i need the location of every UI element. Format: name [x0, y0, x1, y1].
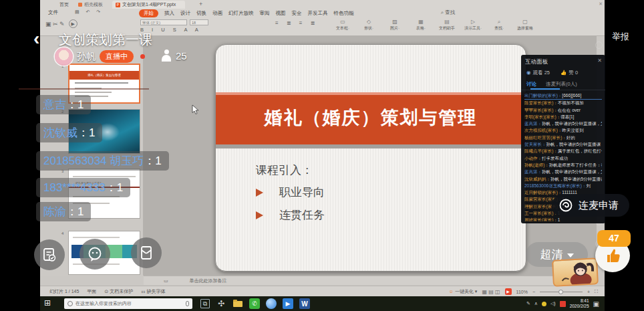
group-icon: ◇: [359, 19, 379, 25]
ribbon-group-文本框·[interactable]: ▭文本框·: [333, 19, 353, 31]
wps-docer-tab[interactable]: 稻壳模板: [75, 1, 106, 9]
tray-app-icon[interactable]: [560, 301, 566, 307]
current-slide[interactable]: 婚礼（婚庆）策划与管理 课程引入： 职业导向连贯任务: [215, 44, 526, 272]
chat-message: 孙帆(老师)：孙帆老师发布了打卡任务：强测综合: [524, 162, 602, 169]
video-app-icon[interactable]: ▶: [283, 298, 293, 309]
tray-expand-icon[interactable]: ∧: [534, 301, 538, 306]
new-tab-button[interactable]: +: [199, 1, 202, 7]
taskbar-clock[interactable]: 8:41 2020/2/25: [570, 298, 589, 309]
clipboard-group[interactable]: ▣ ✂ ✎ ▶: [45, 19, 77, 28]
ribbon-group-图片·[interactable]: ▨图片·: [385, 19, 405, 31]
group-label: 选择窗格: [515, 25, 535, 31]
notes-placeholder[interactable]: ▭ 单击此处添加备注: [164, 278, 227, 283]
ribbon-tab-审阅[interactable]: 审阅: [260, 10, 270, 17]
play-from-start-icon[interactable]: ▶: [69, 19, 77, 28]
status-dot-icon[interactable]: [542, 302, 546, 306]
word-icon[interactable]: W: [299, 298, 310, 309]
chat-username: 蓝高湛：: [524, 121, 542, 126]
wps-document-tab[interactable]: 文创策划第1-4期PPT.pptx: [112, 1, 185, 9]
start-button[interactable]: ⊞: [44, 298, 51, 308]
ribbon-group-表格·[interactable]: ▦表格·: [411, 19, 431, 31]
group-icon: ▦: [411, 19, 431, 25]
zoom-slider[interactable]: [540, 292, 583, 292]
mini-slide-title: 婚礼（婚庆）策划与管理: [69, 71, 139, 80]
ribbon-tab-开发工具[interactable]: 开发工具: [308, 10, 328, 17]
ribbon-tab-动画[interactable]: 动画: [212, 10, 222, 17]
ribbon-group-查找·[interactable]: ⌕查找·: [489, 19, 509, 31]
ribbon-group-选择窗格[interactable]: ▢选择窗格: [515, 19, 535, 31]
ribbon-tab-切换[interactable]: 切换: [196, 10, 206, 17]
beautify-button[interactable]: 一键美化 ▾: [449, 288, 478, 295]
mic-request-button[interactable]: 连麦申请: [552, 194, 629, 217]
view-mode-icons[interactable]: ▦ ▤ ◫: [482, 289, 500, 295]
chat-message: 出门解锁的(家长)：[666][666]: [524, 92, 602, 100]
zoom-slider-knob[interactable]: [558, 290, 563, 294]
task-view-icon[interactable]: ⧉: [200, 299, 210, 308]
file-explorer-icon[interactable]: [232, 298, 243, 309]
ribbon-group-演示工具·[interactable]: ▷演示工具·: [463, 19, 483, 31]
ribbon-tab-特色功能[interactable]: 特色功能: [334, 10, 354, 17]
ribbon-tab-视图[interactable]: 视图: [276, 10, 286, 17]
pinwheel-app-icon[interactable]: ✣: [216, 298, 226, 309]
volume-icon[interactable]: ◁): [550, 301, 556, 306]
tab-mic-list[interactable]: 连麦列表(0人): [546, 81, 577, 88]
chat-button[interactable]: [79, 239, 110, 270]
ribbon-tab-插入[interactable]: 插入: [164, 10, 174, 17]
ribbon-tab-幻灯片放映[interactable]: 幻灯片放映: [228, 10, 254, 17]
mic-icon[interactable]: [186, 301, 189, 306]
font-name-select[interactable]: 宋体 (正文): [140, 19, 187, 25]
slide-number: 4: [61, 231, 63, 235]
fullscreen-icon[interactable]: ⛶: [595, 289, 598, 294]
tab-discuss[interactable]: 讨论: [526, 81, 536, 88]
wps-titlebar: 首页 稻壳模板 文创策划第1-4期PPT.pptx + ✕: [40, 0, 605, 9]
search-placeholder: 在这里输入你要搜索的内容: [75, 300, 183, 307]
danmaku-item: 意吉：1: [36, 95, 91, 114]
paste-icon[interactable]: ▣ ✂ ✎: [45, 21, 65, 27]
quick-access-icons[interactable]: ▤ ↶ ↷: [75, 9, 103, 15]
presenter-card[interactable]: 孙帆 直播中: [55, 47, 145, 66]
panel-close-icon[interactable]: ✕: [597, 58, 602, 64]
notification-icon[interactable]: ▣: [593, 300, 599, 308]
chat-username: 近日解锁的(家长)：: [524, 190, 562, 195]
red-packet-button[interactable]: [131, 237, 162, 268]
chat-username: 小动作：: [524, 156, 542, 161]
chat-message: 陈曦点半(家长)：属于发红包，拼红包打卡也行: [524, 148, 602, 154]
back-icon[interactable]: ‹: [33, 28, 39, 49]
zoom-in-button[interactable]: +: [587, 290, 590, 294]
presenter-avatar[interactable]: [55, 47, 73, 66]
chat-username: 王一家长(家长)：: [524, 211, 558, 215]
ribbon-group-文档助手[interactable]: ▤文档助手: [437, 19, 457, 31]
browser-icon[interactable]: [266, 298, 277, 309]
tab-underline: [530, 88, 560, 90]
wps-home-tab[interactable]: 首页: [56, 1, 72, 9]
ribbon-tab-开始[interactable]: 开始: [139, 9, 158, 17]
ribbon-group-形状·[interactable]: ◇形状·: [359, 19, 379, 31]
ghost-dot: [595, 41, 603, 49]
window-close-icon[interactable]: ✕: [599, 1, 603, 7]
panel-title: 互动面板: [525, 58, 548, 65]
ribbon-search[interactable]: ⌕ 查找: [441, 9, 455, 16]
ribbon-tab-设计[interactable]: 设计: [180, 10, 190, 17]
report-button[interactable]: 举报: [612, 31, 629, 43]
danmaku-item: 183****4333：1: [36, 178, 130, 197]
mic-request-label: 连麦申请: [579, 199, 619, 212]
notes-bar[interactable]: ▭ 单击此处添加备注: [144, 276, 597, 285]
danmaku-username: 2018563034 胡玉巧: [43, 154, 144, 167]
file-menu[interactable]: 文件: [48, 9, 58, 16]
zoom-out-button[interactable]: −: [532, 290, 535, 294]
zoom-level: 110%: [516, 290, 528, 294]
chat-username: 贺天家长：: [524, 142, 546, 146]
danmaku-username: 沈钦威: [43, 126, 77, 139]
paragraph-group[interactable]: ≡ ≣ ≡ ≣: [275, 20, 318, 27]
font-size-select[interactable]: 18: [190, 19, 208, 25]
check-in-button[interactable]: [34, 239, 65, 270]
chat-username: 苹苹家长(家长)：: [524, 108, 558, 112]
wechat-icon[interactable]: ✆: [249, 298, 260, 309]
group-label: 文本框·: [333, 25, 353, 31]
pen-icon[interactable]: ✎: [526, 301, 530, 306]
ribbon-tab-安全[interactable]: 安全: [292, 10, 302, 17]
taskbar-search[interactable]: 在这里输入你要搜索的内容: [64, 298, 192, 309]
chat-text: 昨天没签到: [562, 128, 584, 132]
font-style-buttons[interactable]: B I U S A A: [140, 27, 264, 33]
slideshow-play-button[interactable]: ▶: [505, 288, 512, 295]
